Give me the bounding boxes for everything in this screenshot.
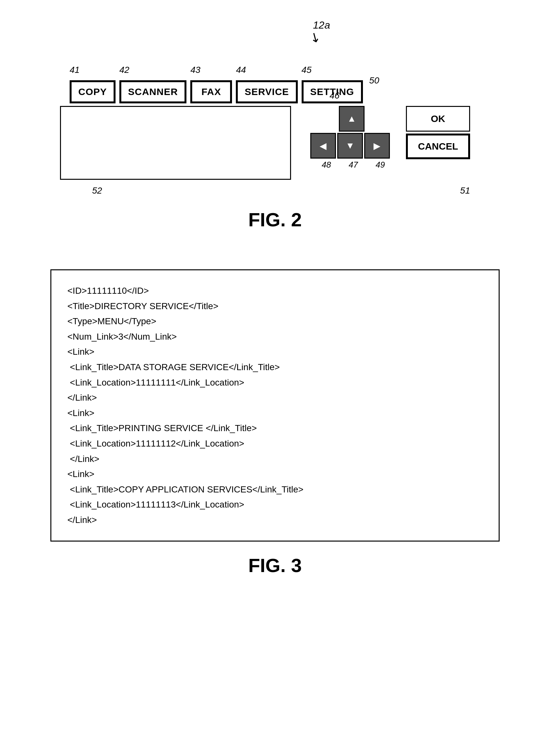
xml-content-box: <ID>11111110</ID><Title>DIRECTORY SERVIC… [50, 269, 500, 542]
xml-line: <Link> [67, 466, 483, 482]
tab-service-button[interactable]: SERVICE [236, 80, 297, 103]
nav-up-button[interactable]: ▲ [339, 106, 364, 132]
label-51: 51 [460, 186, 470, 196]
xml-line: <ID>11111110</ID> [67, 283, 483, 299]
tab-42[interactable]: 42 SCANNER [119, 80, 187, 103]
nav-bottom-labels: 48 47 49 [310, 160, 393, 170]
xml-line: <Num_Link>3</Num_Link> [67, 329, 483, 344]
content-row: 52 46 ▲ ◀ ▼ ▶ [60, 106, 500, 180]
ok-button[interactable]: OK [406, 106, 470, 132]
label-44: 44 [236, 65, 246, 75]
xml-line: <Link_Location>11111112</Link_Location> [67, 436, 483, 451]
xml-line: <Title>DIRECTORY SERVICE</Title> [67, 299, 483, 314]
tab-scanner-button[interactable]: SCANNER [119, 80, 187, 103]
xml-line: </Link> [67, 451, 483, 467]
label-42: 42 [119, 65, 129, 75]
label-41: 41 [70, 65, 80, 75]
xml-line: </Link> [67, 512, 483, 528]
label-48: 48 [313, 160, 339, 170]
xml-line: <Link> [67, 344, 483, 360]
tab-copy-button[interactable]: COPY [70, 80, 116, 103]
tab-43[interactable]: 43 FAX [190, 80, 232, 103]
label-47: 47 [340, 160, 366, 170]
nav-area: 46 ▲ ◀ ▼ ▶ 48 47 49 [310, 106, 393, 180]
label-50: 50 [369, 75, 379, 86]
xml-line: <Link_Location>11111111</Link_Location> [67, 375, 483, 390]
fig3-caption: FIG. 3 [249, 554, 302, 577]
xml-line: <Link_Title>DATA STORAGE SERVICE</Link_T… [67, 360, 483, 375]
tab-fax-button[interactable]: FAX [190, 80, 232, 103]
nav-mid-row: ◀ ▼ ▶ [310, 133, 393, 159]
tab-44[interactable]: 44 SERVICE [236, 80, 297, 103]
tab-row: 41 COPY 42 SCANNER 43 FAX [70, 80, 363, 103]
xml-line: <Link_Title>PRINTING SERVICE </Link_Titl… [67, 421, 483, 436]
label-45: 45 [301, 65, 311, 75]
xml-line: <Type>MENU</Type> [67, 314, 483, 329]
nav-top-row: ▲ [310, 106, 393, 132]
page-container: 12a ↙ 41 COPY 42 SCANNER [0, 0, 550, 756]
label-43: 43 [190, 65, 200, 75]
fig3-section: <ID>11111110</ID><Title>DIRECTORY SERVIC… [26, 269, 524, 577]
label-52: 52 [92, 186, 102, 196]
label-46: 46 [329, 91, 339, 101]
nav-down-button[interactable]: ▼ [337, 133, 363, 159]
ok-cancel-area: OK CANCEL 51 [406, 106, 470, 180]
fig2-diagram: 12a ↙ 41 COPY 42 SCANNER [50, 19, 500, 180]
xml-line: <Link> [67, 405, 483, 421]
label-49: 49 [367, 160, 393, 170]
fig2-caption: FIG. 2 [249, 209, 302, 231]
nav-right-button[interactable]: ▶ [364, 133, 390, 159]
nav-left-button[interactable]: ◀ [310, 133, 336, 159]
xml-line: </Link> [67, 390, 483, 405]
tab-41[interactable]: 41 COPY [70, 80, 116, 103]
xml-line: <Link_Location>11111113</Link_Location> [67, 497, 483, 512]
fig2-section: 12a ↙ 41 COPY 42 SCANNER [26, 19, 524, 231]
cancel-button[interactable]: CANCEL [406, 134, 470, 159]
xml-line: <Link_Title>COPY APPLICATION SERVICES</L… [67, 482, 483, 497]
main-content-box [60, 106, 291, 180]
